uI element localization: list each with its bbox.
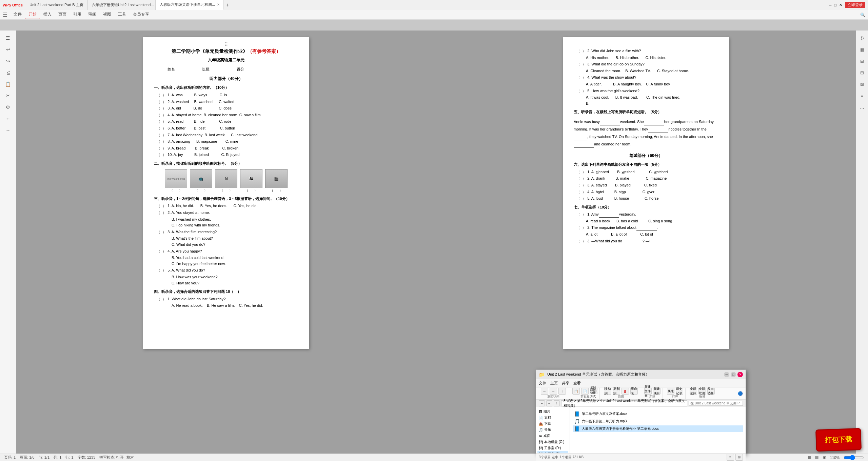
fm-sidebar-c[interactable]: 💾本地磁盘 (C:) bbox=[537, 439, 568, 445]
fm-help-icon[interactable]: 🔵 bbox=[738, 391, 743, 396]
ex6-title: 六、选出下列单词中画线部分发音不同的一项（5分） bbox=[574, 162, 718, 168]
fm-sidebar-e[interactable]: 💾老硬盘 (E:) bbox=[537, 451, 568, 453]
fm-new-folder-icon[interactable]: 新建文件夹 bbox=[644, 388, 652, 395]
zoom-slider[interactable] bbox=[844, 455, 864, 460]
fm-invert-icon[interactable]: 反向选择 bbox=[707, 388, 715, 395]
back-icon[interactable]: ← bbox=[3, 114, 14, 123]
fm-nav-fwd[interactable]: → bbox=[546, 400, 552, 406]
fm-nav-up2[interactable]: ↑ bbox=[554, 400, 560, 406]
fm-menu-view[interactable]: 查看 bbox=[573, 381, 581, 386]
menu-view[interactable]: 视图 bbox=[100, 10, 115, 19]
view-icon-2[interactable]: ▤ bbox=[815, 455, 818, 460]
download-button[interactable]: 打包下载 bbox=[815, 428, 862, 452]
fm-search-input[interactable] bbox=[689, 401, 743, 406]
menu-insert[interactable]: 插入 bbox=[40, 10, 55, 19]
list-item: （ ）4. What was the show about? bbox=[574, 75, 718, 81]
copy-icon[interactable]: 📋 bbox=[3, 79, 14, 89]
fm-new-item-icon[interactable]: 新建项目 bbox=[653, 388, 660, 395]
tab-3[interactable]: 人教版六年级英语下册单元检测... ✕ bbox=[156, 0, 223, 10]
fm-nav-back[interactable]: ← bbox=[539, 400, 545, 406]
redo-icon[interactable]: ↪ bbox=[3, 56, 14, 66]
status-col: 列: 1 bbox=[54, 455, 61, 460]
tab-1-label: Unit 2 Last weekend Part B 主页 bbox=[29, 2, 83, 7]
menu-page[interactable]: 页面 bbox=[55, 10, 70, 19]
view-icon-3[interactable]: ▣ bbox=[823, 455, 826, 460]
fm-properties-icon[interactable]: 属性 bbox=[667, 388, 674, 395]
fm-select-all-icon[interactable]: 全部选择 bbox=[690, 388, 697, 395]
fm-copy-icon[interactable]: 📄 bbox=[581, 388, 589, 395]
menu-start[interactable]: 开始 bbox=[25, 10, 40, 19]
fm-titlebar: 📁 Unit 2 Last weekend 单元测试（含答案、会听力原文和音频）… bbox=[536, 370, 746, 379]
nav-icon[interactable]: ☰ bbox=[3, 33, 14, 43]
settings-icon[interactable]: ⚙ bbox=[3, 102, 14, 112]
menu-tools[interactable]: 工具 bbox=[115, 10, 130, 19]
fm-back-icon[interactable]: ← bbox=[541, 388, 548, 395]
tab-1[interactable]: Unit 2 Last weekend Part B 主页 bbox=[25, 0, 87, 10]
fm-grid-view-icon[interactable]: ⊞ bbox=[735, 454, 743, 461]
move-handle[interactable]: ⠿ bbox=[224, 41, 228, 48]
menu-file[interactable]: 文件 bbox=[10, 10, 25, 19]
fm-copy2-icon[interactable]: 复制到 bbox=[613, 388, 620, 395]
fm-minimize-button[interactable]: ─ bbox=[724, 372, 729, 377]
fm-file-3[interactable]: 📘 人教版六年级英语下册单元检测作业 第二单元.docx bbox=[573, 425, 743, 432]
panel-icon-4[interactable]: ⊠ bbox=[857, 79, 867, 89]
forward-icon[interactable]: → bbox=[3, 125, 14, 135]
fm-history-icon[interactable]: 历史记录 bbox=[676, 388, 683, 395]
fm-select-none-icon[interactable]: 全部取消 bbox=[698, 388, 706, 395]
name-class-score: 姓名 班级 得分 bbox=[154, 66, 298, 73]
fm-close-button[interactable]: ✕ bbox=[737, 372, 743, 377]
fm-rename-icon[interactable]: 重命名 bbox=[630, 388, 638, 395]
panel-icon-6[interactable]: … bbox=[857, 102, 867, 112]
fm-up-icon[interactable]: ↑ bbox=[558, 388, 566, 395]
undo-icon[interactable]: ↩ bbox=[3, 45, 14, 54]
minimize-icon[interactable]: ─ bbox=[829, 3, 832, 7]
close-icon[interactable]: ✕ bbox=[839, 3, 842, 7]
cut-icon[interactable]: ✂ bbox=[3, 91, 14, 100]
fm-sidebar-pictures[interactable]: 🖼图片 bbox=[537, 408, 568, 415]
fm-sidebar-downloads[interactable]: 📥下载 bbox=[537, 421, 568, 427]
fm-paste-shortcut-icon[interactable]: 粘贴快捷方式 bbox=[590, 391, 597, 394]
menu-reference[interactable]: 引用 bbox=[70, 10, 85, 19]
fm-paste-icon[interactable]: 📋 bbox=[572, 388, 580, 395]
fm-file-1[interactable]: 📘 第二单元听力原文及答案.docx bbox=[573, 410, 743, 417]
panel-icon-2[interactable]: ⊞ bbox=[857, 56, 867, 66]
login-button[interactable]: 立即登录 bbox=[845, 2, 865, 8]
fm-sidebar-d[interactable]: 💾工作室 (D:) bbox=[537, 445, 568, 451]
list-item: （ ）3. —What did you do? —I. bbox=[574, 238, 718, 244]
fm-move-icon[interactable]: 移动到 bbox=[604, 388, 611, 395]
print-icon[interactable]: 🖨 bbox=[3, 68, 14, 77]
fm-sidebar-desktop[interactable]: 🖥桌面 bbox=[537, 433, 568, 439]
view-icon-1[interactable]: ▦ bbox=[808, 455, 811, 460]
expand-icon[interactable]: ⟨⟩ bbox=[857, 33, 867, 43]
page-left-area: ⠿ 第二学期小学《单元质量检测作业》（有参考答案） 六年级英语第二单元 姓名 班… bbox=[16, 31, 436, 454]
fm-forward-icon[interactable]: → bbox=[550, 388, 557, 395]
tab-3-close[interactable]: ✕ bbox=[217, 3, 220, 6]
fm-menu-file[interactable]: 文件 bbox=[539, 381, 546, 386]
menu-review[interactable]: 审阅 bbox=[85, 10, 100, 19]
fm-menu-home[interactable]: 主页 bbox=[550, 381, 558, 386]
menu-vip[interactable]: 会员专享 bbox=[130, 10, 153, 19]
tab-add-button[interactable]: + bbox=[223, 0, 232, 10]
fm-maximize-button[interactable]: □ bbox=[731, 372, 736, 377]
fm-delete-icon[interactable]: 🗑 bbox=[622, 388, 629, 395]
status-words: 字数: 1233 bbox=[78, 455, 96, 460]
fm-nav-bar: ← → ↑ 3-试卷 > 第2单元试卷 > 4 > Unit 2 Last we… bbox=[536, 400, 746, 407]
menu-hamburger-icon[interactable]: ☰ bbox=[3, 12, 7, 18]
fm-sidebar-music[interactable]: 🎵音乐 bbox=[537, 427, 568, 433]
fm-list-view-icon[interactable]: ≡ bbox=[727, 454, 734, 461]
fm-file-2[interactable]: 🎵 六年级下册第二单元听力.mp3 bbox=[573, 418, 743, 425]
img-item-5: 🎬 （ ） bbox=[265, 169, 288, 193]
fm-sidebar-documents[interactable]: 📄文档 bbox=[537, 415, 568, 421]
fm-file-3-icon: 📘 bbox=[574, 426, 580, 432]
search-icon[interactable]: 🔍 bbox=[860, 13, 865, 17]
tab-2[interactable]: 六年级下册美语Unit2 Last weekend... bbox=[88, 0, 156, 10]
maximize-icon[interactable]: □ bbox=[834, 3, 836, 7]
tv-image: 📺 bbox=[190, 169, 212, 188]
doc-main-title: 第二学期小学《单元质量检测作业》（有参考答案） bbox=[154, 47, 298, 55]
panel-icon-5[interactable]: ≡ bbox=[857, 91, 867, 100]
panel-icon-3[interactable]: ⊟ bbox=[857, 68, 867, 77]
list-item: （ ）8. A. amazing B. magazine C. mine bbox=[154, 139, 298, 145]
panel-icon-1[interactable]: ▦ bbox=[857, 45, 867, 54]
fm-nav-path[interactable]: 3-试卷 > 第2单元试卷 > 4 > Unit 2 Last weekend … bbox=[561, 400, 687, 406]
fm-menu-share[interactable]: 共享 bbox=[562, 381, 569, 386]
